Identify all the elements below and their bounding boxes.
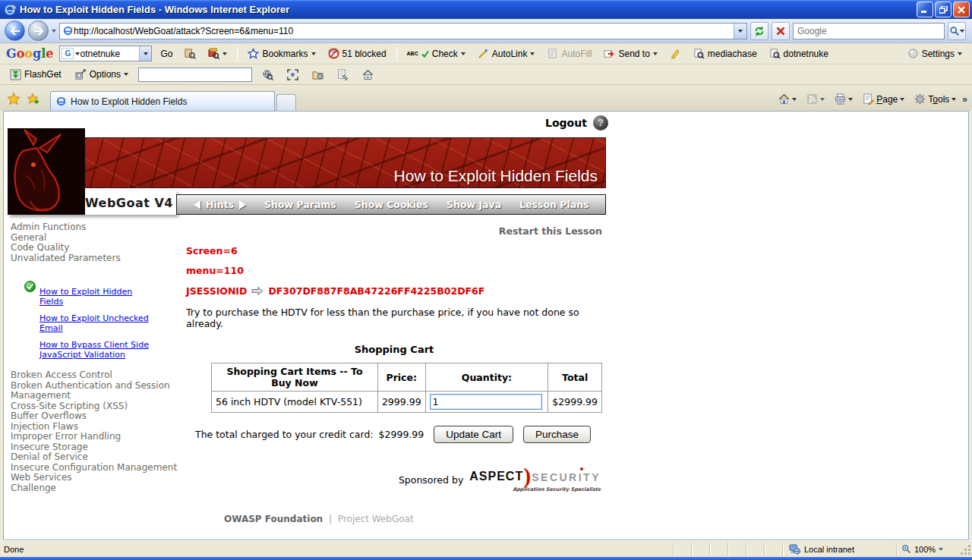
- sidebar-item-web-services[interactable]: Web Services: [11, 473, 181, 483]
- sidebar-item-improper-error-handling[interactable]: Improper Error Handling: [11, 432, 181, 442]
- sidebar-item-insecure-storage[interactable]: Insecure Storage: [11, 442, 181, 453]
- mediachase-button[interactable]: mediachase: [690, 46, 761, 61]
- settings-button[interactable]: Settings: [904, 46, 966, 61]
- navbar-show-java[interactable]: Show Java: [447, 199, 501, 210]
- quantity-input[interactable]: [430, 394, 542, 410]
- navbar-lesson-plans[interactable]: Lesson Plans: [519, 199, 589, 210]
- sidebar-lesson-hidden-fields[interactable]: How to Exploit Hidden Fields: [39, 287, 132, 307]
- flashget-options-button[interactable]: Options: [71, 67, 132, 83]
- zoom-control[interactable]: 100%: [896, 543, 961, 556]
- project-webgoat-link[interactable]: Project WebGoat: [338, 514, 414, 524]
- table-header-row: Shopping Cart Items -- To Buy Now Price:…: [212, 363, 602, 392]
- sidebar-item-challenge[interactable]: Challenge: [11, 483, 181, 494]
- sidebar-item-denial-of-service[interactable]: Denial of Service: [11, 452, 181, 463]
- popup-blocker-button[interactable]: 51 blocked: [324, 46, 390, 61]
- sidebar-item-broken-authentication[interactable]: Broken Authentication and Session Manage…: [11, 381, 181, 401]
- search-input[interactable]: [797, 26, 944, 36]
- send-to-dropdown-icon[interactable]: [653, 52, 658, 55]
- google-go-button[interactable]: Go: [156, 46, 176, 61]
- address-bar[interactable]: [59, 23, 747, 39]
- resize-grip[interactable]: [961, 543, 972, 556]
- search-go-button[interactable]: [948, 22, 966, 40]
- flashget-download-page-button[interactable]: [333, 67, 352, 83]
- tab-how-to-exploit-hidden-fields[interactable]: How to Exploit Hidden Fields: [50, 91, 275, 111]
- autolink-button[interactable]: AutoLink: [474, 46, 539, 61]
- page-dropdown-icon[interactable]: [900, 98, 904, 101]
- autolink-dropdown-icon[interactable]: [530, 52, 535, 55]
- spellcheck-dropdown-icon[interactable]: [461, 52, 465, 55]
- google-search-input[interactable]: [80, 49, 139, 59]
- add-favorite-button[interactable]: [24, 90, 43, 108]
- sidebar-item-general[interactable]: General: [11, 233, 181, 244]
- logout-button[interactable]: Logout: [545, 117, 587, 129]
- lesson-title: How to Exploit Hidden Fields: [394, 167, 598, 185]
- stop-button[interactable]: [772, 22, 790, 40]
- toolbar-overflow-chevron[interactable]: »: [962, 94, 967, 105]
- back-button[interactable]: [5, 20, 25, 41]
- sidebar-item-xss[interactable]: Cross-Site Scripting (XSS): [11, 401, 181, 412]
- tools-menu-button[interactable]: Tools: [910, 91, 960, 107]
- print-dropdown-icon[interactable]: [848, 98, 853, 101]
- navbar-hints[interactable]: Hints: [206, 199, 234, 210]
- navbar-show-cookies[interactable]: Show Cookies: [355, 199, 428, 210]
- sidebar-item-code-quality[interactable]: Code Quality: [11, 243, 181, 253]
- navbar-show-params[interactable]: Show Params: [264, 199, 336, 210]
- restore-button[interactable]: [935, 2, 951, 17]
- bookmarks-button[interactable]: Bookmarks: [244, 46, 319, 61]
- search-site-button[interactable]: [181, 46, 200, 61]
- flashget-site-explorer-button[interactable]: [308, 67, 327, 83]
- sidebar-item-admin-functions[interactable]: Admin Functions: [11, 222, 181, 233]
- dotnetnuke-button[interactable]: dotnetnuke: [765, 46, 832, 61]
- owasp-foundation-link[interactable]: OWASP Foundation: [224, 514, 323, 524]
- url-input[interactable]: [74, 26, 734, 36]
- google-search-dropdown-button[interactable]: [139, 46, 151, 61]
- search-box[interactable]: [793, 23, 945, 39]
- sponsored-by-label: Sponsored by: [399, 474, 463, 486]
- home-dropdown-icon[interactable]: [792, 98, 797, 101]
- page-menu-button[interactable]: Page: [859, 91, 908, 107]
- sidebar-item-injection-flaws[interactable]: Injection Flaws: [11, 422, 181, 433]
- refresh-button[interactable]: [750, 22, 768, 40]
- purchase-button[interactable]: Purchase: [523, 426, 591, 443]
- sidebar-item-unvalidated-parameters[interactable]: Unvalidated Parameters: [11, 253, 181, 264]
- url-dropdown-button[interactable]: [734, 24, 746, 39]
- feeds-button[interactable]: [803, 91, 828, 107]
- options-dropdown-icon[interactable]: [124, 73, 128, 76]
- flashget-home-button[interactable]: [358, 67, 377, 83]
- close-button[interactable]: [953, 2, 970, 17]
- search-more-button[interactable]: [204, 46, 231, 61]
- sidebar-item-insecure-configuration[interactable]: Insecure Configuration Management: [11, 463, 181, 473]
- flashget-button[interactable]: FlashGet: [6, 67, 65, 83]
- help-button[interactable]: ?: [593, 115, 608, 131]
- highlighter-button[interactable]: [666, 46, 685, 61]
- home-button[interactable]: [775, 91, 800, 107]
- print-button[interactable]: [831, 91, 857, 107]
- update-cart-button[interactable]: Update Cart: [434, 426, 513, 443]
- history-dropdown-icon[interactable]: [52, 30, 56, 33]
- flashget-search-web-button[interactable]: [258, 67, 277, 83]
- forward-button[interactable]: [28, 20, 49, 41]
- flashget-search-input[interactable]: [138, 68, 252, 82]
- zoom-dropdown-icon[interactable]: [939, 548, 943, 551]
- google-search-combo[interactable]: G: [59, 46, 152, 61]
- send-to-button[interactable]: Send to: [600, 46, 661, 61]
- previous-hint-icon[interactable]: [194, 200, 200, 209]
- bookmarks-dropdown-icon[interactable]: [311, 52, 316, 55]
- feeds-dropdown-icon[interactable]: [820, 98, 825, 101]
- favorites-center-button[interactable]: [5, 90, 23, 108]
- search-options-dropdown-icon[interactable]: [960, 30, 964, 33]
- tools-dropdown-icon[interactable]: [951, 98, 956, 101]
- new-tab-button[interactable]: [276, 94, 296, 111]
- sidebar-item-buffer-overflows[interactable]: Buffer Overflows: [11, 411, 181, 422]
- sidebar-lesson-bypass-js-validation[interactable]: How to Bypass Client Side JavaScript Val…: [39, 340, 149, 360]
- settings-dropdown-icon[interactable]: [958, 52, 962, 55]
- sidebar-lesson-unchecked-email[interactable]: How to Exploit Unchecked Email: [39, 313, 149, 333]
- autofill-button[interactable]: AutoFill: [543, 46, 595, 61]
- flashget-capture-button[interactable]: [283, 67, 302, 83]
- spellcheck-button[interactable]: ABC Check: [403, 46, 469, 61]
- minimize-button[interactable]: [917, 2, 933, 17]
- restart-lesson-link[interactable]: Restart this Lesson: [186, 225, 602, 237]
- sidebar-item-broken-access-control[interactable]: Broken Access Control: [11, 370, 181, 381]
- next-hint-icon[interactable]: [239, 200, 246, 209]
- search-more-dropdown-icon[interactable]: [222, 52, 227, 55]
